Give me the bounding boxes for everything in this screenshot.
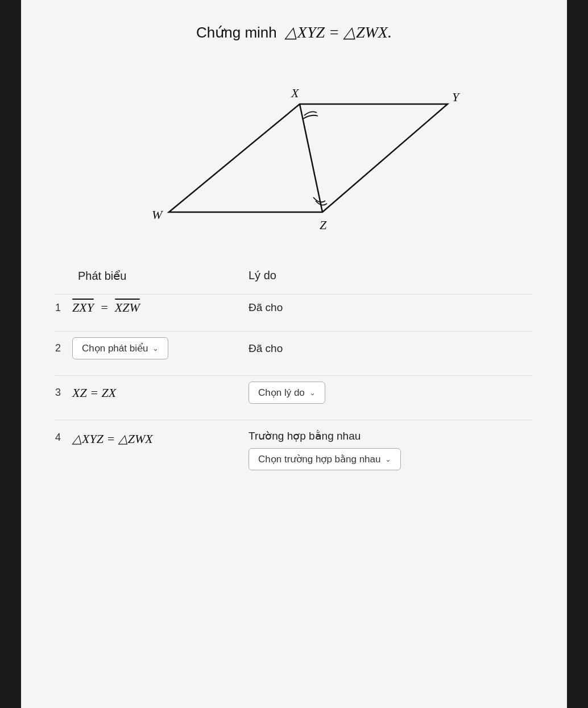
label-x: X xyxy=(291,86,300,100)
chevron-down-icon: ⌄ xyxy=(385,455,391,463)
table-row: 4 △XYZ = △ZWX Trường hợp bằng nhau Chọn … xyxy=(55,426,533,470)
svg-line-1 xyxy=(300,104,322,212)
angle-xzw: XZW xyxy=(115,300,140,315)
separator-4 xyxy=(55,420,533,420)
row4-phat-bieu: △XYZ = △ZWX xyxy=(72,429,249,446)
header-phat-bieu: Phát biểu xyxy=(78,269,249,283)
table-row: 3 XZ = ZX Chọn lý do ⌄ xyxy=(55,382,533,404)
diagram-area: X Y Z W xyxy=(55,59,533,241)
label-y: Y xyxy=(452,90,461,104)
proof-header: Phát biểu Lý do xyxy=(55,269,533,283)
separator-1 xyxy=(55,294,533,295)
page-title: Chứng minh △XYZ = △ZWX. xyxy=(55,23,533,42)
chevron-down-icon: ⌄ xyxy=(152,344,159,353)
row3-phat-bieu: XZ = ZX xyxy=(72,386,249,400)
row3-ly-do: Chọn lý do ⌄ xyxy=(249,382,325,404)
truong-hop-bang-nhau-label: Trường hợp bằng nhau xyxy=(249,429,401,442)
title-prefix: Chứng minh xyxy=(196,24,277,41)
svg-marker-0 xyxy=(169,104,448,212)
row2-ly-do: Đã cho xyxy=(249,342,283,355)
label-z: Z xyxy=(320,218,327,232)
ly-do-dropdown-3[interactable]: Chọn lý do ⌄ xyxy=(249,382,325,404)
row-num-4: 4 xyxy=(55,429,72,444)
table-row: 2 Chọn phát biểu ⌄ Đã cho xyxy=(55,337,533,359)
proof-table: Phát biểu Lý do 1 ZXY = XZW Đã cho 2 Chọ… xyxy=(55,269,533,470)
ly-do-dropdown-4[interactable]: Chọn trường hợp bằng nhau ⌄ xyxy=(249,448,401,470)
angle-zxy: ZXY xyxy=(72,300,94,315)
page: Chứng minh △XYZ = △ZWX. X Y Z W xyxy=(21,0,567,708)
label-w: W xyxy=(152,208,163,222)
row-num-2: 2 xyxy=(55,342,72,354)
geometry-diagram: X Y Z W xyxy=(123,59,465,241)
separator-2 xyxy=(55,331,533,332)
phat-bieu-dropdown-2[interactable]: Chọn phát biểu ⌄ xyxy=(72,337,168,359)
header-ly-do: Lý do xyxy=(249,269,276,283)
row-num-1: 1 xyxy=(55,302,72,314)
row-num-3: 3 xyxy=(55,387,72,399)
chevron-down-icon: ⌄ xyxy=(309,388,316,397)
row2-phat-bieu: Chọn phát biểu ⌄ xyxy=(72,337,249,359)
row1-phat-bieu: ZXY = XZW xyxy=(72,300,249,315)
row4-ly-do: Trường hợp bằng nhau Chọn trường hợp bằn… xyxy=(249,429,401,470)
row1-ly-do: Đã cho xyxy=(249,301,283,314)
separator-3 xyxy=(55,375,533,376)
table-row: 1 ZXY = XZW Đã cho xyxy=(55,300,533,315)
